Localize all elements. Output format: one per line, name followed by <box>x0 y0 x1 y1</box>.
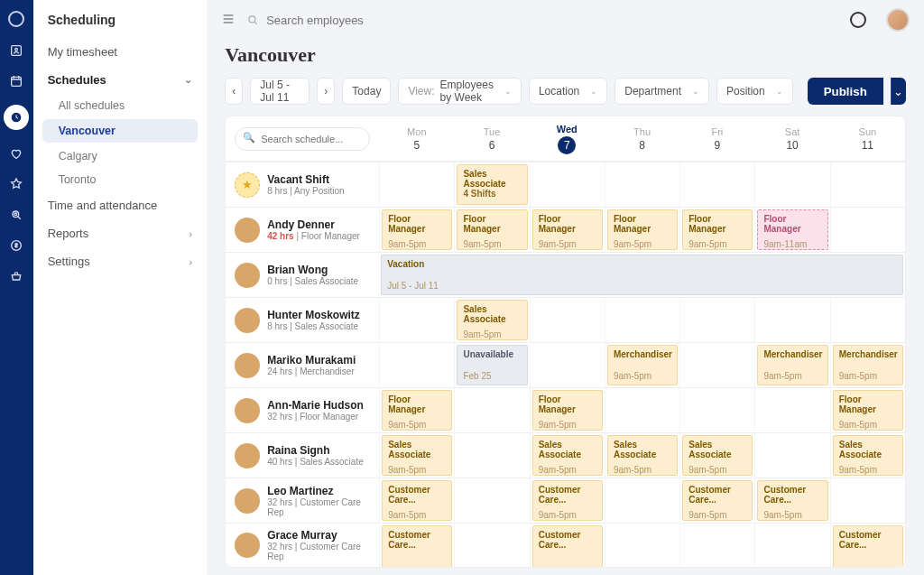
day-header-tue[interactable]: Tue6 <box>454 116 529 162</box>
day-header-fri[interactable]: Fri9 <box>679 116 754 162</box>
publish-button[interactable]: Publish <box>808 78 883 105</box>
cell[interactable]: Floor Manager9am-5pm <box>379 387 454 432</box>
search-employees[interactable] <box>246 14 839 27</box>
shift[interactable]: Sales Associate9am-5pm <box>833 435 903 476</box>
cell[interactable] <box>530 162 605 207</box>
shift[interactable]: Floor Manager9am-5pm <box>833 390 903 431</box>
row-grace[interactable]: Grace Murray32 hrs | Customer Care Rep <box>226 523 379 567</box>
sidebar-sub-toronto[interactable]: Toronto <box>42 168 199 191</box>
search-employees-input[interactable] <box>266 14 447 27</box>
today-button[interactable]: Today <box>342 78 391 105</box>
cell[interactable]: Floor Manager9am-5pm <box>379 207 454 252</box>
cell[interactable] <box>379 342 454 387</box>
calendar-icon[interactable] <box>9 74 23 88</box>
cell[interactable]: Floor Manager9am-5pm <box>605 207 679 252</box>
cell[interactable]: UnavailableFeb 25 <box>454 342 529 387</box>
shift[interactable]: Customer Care...9am-5pm <box>532 480 603 521</box>
shift[interactable]: Floor Manager9am-5pm <box>682 209 753 250</box>
shift[interactable]: Floor Manager9am-5pm <box>532 209 603 250</box>
row-vacant[interactable]: ★ Vacant Shift8 hrs | Any Position <box>226 162 379 207</box>
cell[interactable] <box>605 523 679 567</box>
shift[interactable]: Customer Care... <box>532 525 603 568</box>
row-andy[interactable]: Andy Denner42 hrs | Floor Manager <box>226 207 379 252</box>
shift[interactable]: Sales Associate9am-5pm <box>532 435 603 476</box>
cell[interactable]: Floor Manager9am-11am <box>754 207 829 252</box>
cell[interactable]: Merchandiser9am-5pm <box>830 342 905 387</box>
row-raina[interactable]: Raina Signh40 hrs | Sales Associate <box>226 432 379 478</box>
publish-caret[interactable]: ⌄ <box>891 78 906 105</box>
help-icon[interactable] <box>850 12 866 28</box>
cell[interactable] <box>679 387 754 432</box>
row-leo[interactable]: Leo Martinez32 hrs | Customer Care Rep <box>226 478 379 523</box>
cell[interactable] <box>379 297 454 342</box>
day-header-sun[interactable]: Sun11 <box>830 116 905 162</box>
shift[interactable]: Sales Associate9am-5pm <box>607 435 678 476</box>
sidebar-item-settings[interactable]: Settings› <box>33 247 208 275</box>
cell[interactable] <box>830 207 905 252</box>
cell[interactable]: Merchandiser9am-5pm <box>605 342 679 387</box>
shift[interactable]: Customer Care...9am-5pm <box>382 480 452 521</box>
row-mariko[interactable]: Mariko Murakami24 hrs | Merchandiser <box>226 342 379 387</box>
sidebar-sub-vancouver[interactable]: Vancouver <box>42 119 199 143</box>
user-avatar[interactable] <box>886 8 910 32</box>
cell[interactable] <box>605 478 679 523</box>
sidebar-item-schedules[interactable]: Schedules⌄ <box>33 66 208 94</box>
row-hunter[interactable]: Hunter Moskowitz8 hrs | Sales Associate <box>226 297 379 342</box>
cell[interactable] <box>754 297 829 342</box>
cell[interactable]: Sales Associate9am-5pm <box>830 432 905 478</box>
cell[interactable]: Sales Associate9am-5pm <box>530 432 605 478</box>
cell[interactable]: Merchandiser9am-5pm <box>754 342 829 387</box>
cell[interactable]: Customer Care... <box>530 523 605 567</box>
cell[interactable]: Customer Care... <box>379 523 454 567</box>
cell[interactable] <box>679 162 754 207</box>
shift[interactable]: Customer Care...9am-5pm <box>757 480 827 521</box>
view-select[interactable]: View: Employees by Week⌄ <box>398 78 522 105</box>
vacation-shift[interactable]: VacationJul 5 - Jul 11 <box>381 255 903 295</box>
cell[interactable]: Customer Care...9am-5pm <box>679 478 754 523</box>
cell[interactable]: Customer Care... <box>830 523 905 567</box>
cell[interactable] <box>679 523 754 567</box>
sidebar-sub-calgary[interactable]: Calgary <box>42 144 199 168</box>
prev-button[interactable]: ‹ <box>225 78 243 105</box>
heart-icon[interactable] <box>9 146 23 161</box>
shift[interactable]: Sales Associate9am-5pm <box>457 300 527 340</box>
people-icon[interactable] <box>9 43 23 58</box>
sidebar-item-time-attendance[interactable]: Time and attendance <box>33 191 208 219</box>
vacation-span[interactable]: VacationJul 5 - Jul 11 <box>379 252 905 297</box>
cell[interactable] <box>830 297 905 342</box>
cell[interactable]: Customer Care...9am-5pm <box>754 478 829 523</box>
clock-icon[interactable] <box>4 105 29 130</box>
shift[interactable]: Floor Manager9am-5pm <box>457 209 527 250</box>
cell[interactable] <box>754 432 829 478</box>
cell[interactable] <box>454 387 529 432</box>
cell[interactable]: Sales Associate9am-5pm <box>605 432 679 478</box>
star-icon[interactable] <box>9 177 23 191</box>
shift[interactable]: Customer Care...9am-5pm <box>682 480 753 521</box>
shift[interactable]: Customer Care... <box>382 525 452 568</box>
cell[interactable] <box>530 342 605 387</box>
menu-icon[interactable] <box>221 12 236 29</box>
cell[interactable]: Floor Manager9am-5pm <box>679 207 754 252</box>
unavailable-shift[interactable]: UnavailableFeb 25 <box>457 345 527 385</box>
cell[interactable]: Floor Manager9am-5pm <box>530 207 605 252</box>
cell[interactable] <box>379 162 454 207</box>
cell[interactable] <box>454 432 529 478</box>
department-select[interactable]: Department⌄ <box>614 78 709 105</box>
cell[interactable] <box>830 478 905 523</box>
cell[interactable]: Customer Care...9am-5pm <box>379 478 454 523</box>
position-select[interactable]: Position⌄ <box>716 78 793 105</box>
cell[interactable] <box>754 387 829 432</box>
sidebar-sub-all[interactable]: All schedules <box>42 94 199 117</box>
day-header-thu[interactable]: Thu8 <box>605 116 679 162</box>
cell[interactable]: Sales Associate9am-5pm <box>379 432 454 478</box>
cell[interactable]: Sales Associate9am-5pm <box>679 432 754 478</box>
date-range[interactable]: Jul 5 - Jul 11 <box>250 78 310 105</box>
location-select[interactable]: Location⌄ <box>529 78 607 105</box>
shift[interactable]: Floor Manager9am-5pm <box>532 390 603 431</box>
cell[interactable] <box>454 478 529 523</box>
shift-conflict[interactable]: Floor Manager9am-11am <box>757 209 827 250</box>
day-header-sat[interactable]: Sat10 <box>754 116 829 162</box>
dollar-icon[interactable] <box>9 238 23 253</box>
cell[interactable] <box>679 342 754 387</box>
cell[interactable]: Floor Manager9am-5pm <box>454 207 529 252</box>
